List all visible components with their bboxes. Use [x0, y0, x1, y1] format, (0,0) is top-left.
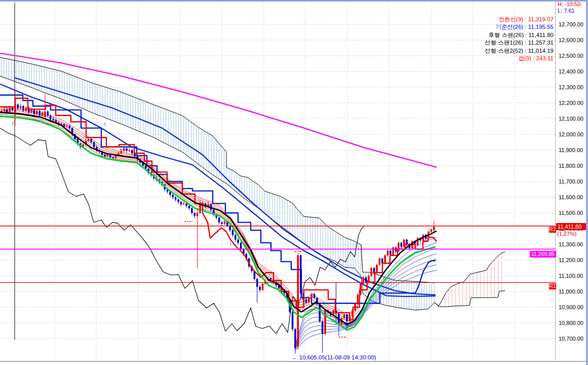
buy-signal-arrow-icon: ↑ [103, 121, 106, 128]
y-axis-label: 12,200.00 [559, 100, 583, 106]
y-axis-label: 11,900.00 [559, 147, 583, 153]
y-axis-label: 12,100.00 [559, 116, 583, 122]
change-percent-label: (1,27%) [557, 231, 577, 237]
y-axis-label: 10,800.00 [559, 320, 583, 326]
y-axis-label: 12,700.00 [559, 21, 583, 27]
legend-item: 전환선(9) : 11,319.07 [485, 16, 554, 23]
legend-item: 기준선(26) : 11,195.55 [485, 23, 554, 31]
legend-item: 선행 스팬1(26) : 11,257.31 [485, 39, 554, 47]
y-axis-label: 12,300.00 [559, 84, 583, 90]
y-axis-label: 12,600.00 [559, 37, 583, 43]
y-axis-label: 11,700.00 [559, 178, 583, 185]
y-axis-label: 11,000.00 [559, 288, 583, 295]
window-border-bottom [0, 361, 588, 362]
window-scrollbar-right[interactable] [586, 0, 588, 365]
chart-window: ↑↑↑↑↑ H: -10.50 L: 7.61 전환선(9) : 11,319.… [0, 0, 588, 365]
alert-price-badge: 11,269.85 [530, 251, 556, 258]
high-low-readout: H: -10.50 L: 7.61 [558, 1, 580, 14]
y-axis-label: 10,900.00 [559, 304, 583, 310]
low-point-annotation: ← 10,605.05(11-08-09 14:30:00) [292, 354, 376, 360]
y-axis-label: 11,800.00 [559, 163, 583, 169]
y-axis-label: 11,500.00 [559, 210, 583, 216]
y-axis-label: 11,200.00 [559, 257, 583, 263]
indicator-legend: 전환선(9) : 11,319.07기준선(26) : 11,195.55후행 … [485, 16, 554, 62]
y-axis-label: 12,500.00 [559, 53, 583, 59]
y-axis-label: 11,300.00 [559, 241, 583, 247]
high-value: H: -10.50 [558, 1, 580, 8]
legend-item: 갭(9) : 243.11 [485, 55, 554, 62]
y-axis-label: 11,100.00 [559, 273, 583, 279]
window-border-top [0, 0, 588, 2]
y-axis-label: 12,400.00 [559, 68, 583, 75]
legend-item: 후행 스팬(26) : 11,411.80 [485, 31, 554, 39]
r1-badge: R1 [549, 283, 556, 289]
current-price-badge: 11,411.80 [556, 223, 588, 230]
legend-item: 선행 스팬2(52) : 11,014.19 [485, 47, 554, 55]
low-value: L: 7.61 [558, 8, 580, 14]
buy-signal-arrow-icon: ↑ [269, 241, 272, 248]
y-axis-label: 11,600.00 [559, 194, 583, 200]
buy-signal-arrow-icon: ↑ [229, 241, 232, 248]
buy-signal-arrow-icon: ↑ [4, 108, 7, 116]
r2-badge: R2 [549, 227, 556, 233]
y-axis-label: 10,700.00 [559, 336, 583, 342]
buy-signal-arrow-icon: ↑ [11, 120, 14, 127]
y-axis-label: 12,000.00 [559, 131, 583, 137]
